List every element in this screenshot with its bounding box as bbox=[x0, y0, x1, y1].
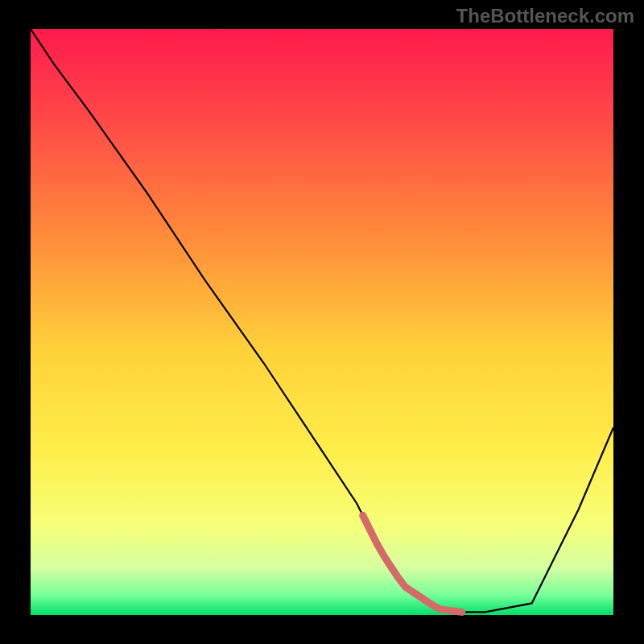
bottleneck-chart bbox=[0, 0, 644, 644]
plot-area bbox=[31, 29, 613, 615]
chart-frame: TheBottleneck.com bbox=[0, 0, 644, 644]
watermark-text: TheBottleneck.com bbox=[456, 5, 634, 27]
